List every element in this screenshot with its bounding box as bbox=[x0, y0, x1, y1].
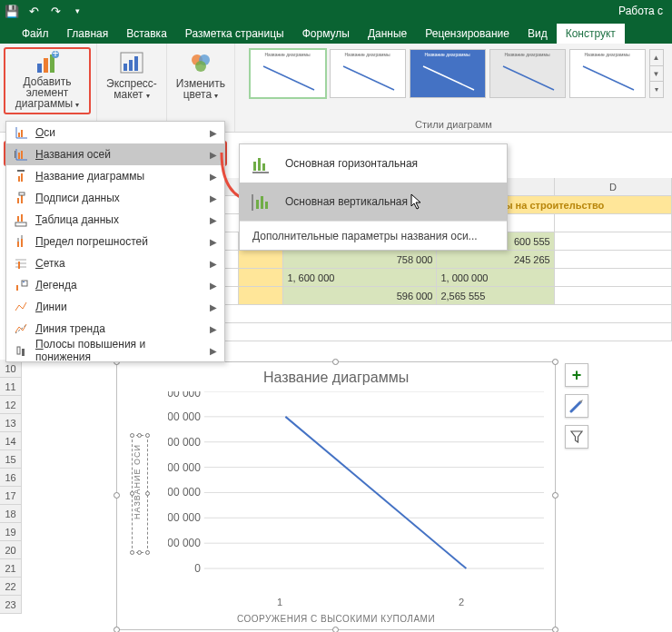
svg-rect-0 bbox=[37, 64, 42, 73]
svg-rect-45 bbox=[19, 193, 25, 195]
y-axis-title[interactable]: НАЗВАНИЕ ОСИ bbox=[133, 444, 142, 519]
svg-rect-6 bbox=[124, 64, 127, 71]
chart-styles-gallery[interactable]: Название диаграммы Название диаграммы На… bbox=[242, 47, 666, 119]
svg-rect-47 bbox=[21, 214, 23, 222]
svg-text:400 000: 400 000 bbox=[168, 461, 201, 474]
svg-rect-35 bbox=[18, 133, 20, 137]
tab-review[interactable]: Рецензирование bbox=[416, 24, 519, 44]
svg-rect-37 bbox=[18, 153, 20, 159]
style-thumb-2[interactable]: Название диаграммы bbox=[330, 49, 406, 98]
svg-rect-41 bbox=[18, 176, 20, 182]
svg-rect-49 bbox=[17, 242, 19, 247]
change-colors-button[interactable]: Изменитьцвета ▾ bbox=[173, 47, 229, 114]
tab-file[interactable]: Файл bbox=[13, 24, 58, 44]
tab-formulas[interactable]: Формулы bbox=[293, 24, 359, 44]
svg-line-14 bbox=[423, 66, 474, 90]
menu-data-labels[interactable]: Подписи данных▶ bbox=[6, 187, 224, 209]
svg-rect-64 bbox=[258, 158, 261, 171]
add-chart-element-button[interactable]: + Добавить элементдиаграммы ▾ bbox=[4, 47, 91, 114]
menu-axes[interactable]: Оси▶ bbox=[6, 122, 224, 143]
svg-line-12 bbox=[263, 66, 314, 90]
ribbon: + Добавить элементдиаграммы ▾ Экспресс-м… bbox=[0, 44, 672, 133]
svg-rect-36 bbox=[21, 130, 23, 137]
x-axis-title[interactable]: СООРУЖЕНИЯ С ВЫСОКИМИ КУПОЛАМИ bbox=[117, 614, 555, 624]
submenu-more-options[interactable]: Дополнительные параметры названия оси... bbox=[240, 221, 507, 250]
tab-view[interactable]: Вид bbox=[519, 24, 557, 44]
svg-line-34 bbox=[571, 402, 580, 411]
tab-design[interactable]: Конструкт bbox=[557, 24, 625, 44]
submenu-primary-vertical[interactable]: Основная вертикальная bbox=[240, 183, 507, 221]
quick-layout-button[interactable]: Экспресс-макет ▾ bbox=[103, 47, 161, 114]
menu-chart-title[interactable]: Название диаграммы▶ bbox=[6, 165, 224, 187]
style-thumb-5[interactable]: Название диаграммы bbox=[569, 49, 646, 98]
gridlines-icon bbox=[14, 256, 28, 271]
style-thumb-1[interactable]: Название диаграммы bbox=[250, 49, 326, 98]
svg-rect-56 bbox=[18, 262, 20, 269]
chart-title[interactable]: Название диаграммы bbox=[117, 370, 555, 386]
menu-error-bars[interactable]: Предел погрешностей▶ bbox=[6, 231, 224, 252]
undo-icon[interactable]: ↶ bbox=[25, 3, 42, 19]
axis-titles-submenu: Основная горизонтальная Основная вертика… bbox=[239, 143, 508, 251]
qat-dropdown-icon[interactable]: ▾ bbox=[69, 3, 85, 19]
svg-text:+: + bbox=[52, 51, 58, 60]
contextual-tab-label: Работа с bbox=[618, 5, 668, 17]
svg-text:600 000: 600 000 bbox=[168, 410, 201, 423]
menu-lines[interactable]: Линии▶ bbox=[6, 296, 224, 318]
style-thumb-3[interactable]: Название диаграммы bbox=[410, 49, 486, 98]
svg-rect-40 bbox=[17, 170, 25, 172]
trendline-icon bbox=[14, 321, 28, 336]
redo-icon[interactable]: ↷ bbox=[47, 3, 64, 19]
svg-rect-62 bbox=[22, 349, 25, 356]
lines-icon bbox=[14, 300, 28, 314]
svg-rect-42 bbox=[21, 173, 23, 182]
style-thumb-4[interactable]: Название диаграммы bbox=[489, 49, 566, 98]
tab-insert[interactable]: Вставка bbox=[117, 24, 176, 44]
svg-line-16 bbox=[583, 66, 634, 90]
chart-element-icon: + bbox=[34, 51, 61, 74]
svg-rect-48 bbox=[15, 222, 26, 226]
x-tick-2: 2 bbox=[459, 597, 464, 607]
svg-rect-61 bbox=[17, 347, 20, 354]
svg-rect-68 bbox=[261, 196, 263, 209]
svg-rect-7 bbox=[129, 60, 133, 71]
svg-rect-38 bbox=[21, 151, 23, 159]
vertical-axis-icon bbox=[249, 189, 274, 214]
embedded-chart[interactable]: Название диаграммы НАЗВАНИЕ ОСИ 0100 000… bbox=[116, 361, 556, 630]
svg-rect-39 bbox=[15, 151, 15, 158]
chart-styles-button[interactable] bbox=[565, 394, 588, 418]
chart-elements-button[interactable]: + bbox=[565, 363, 588, 387]
svg-rect-57 bbox=[16, 285, 18, 291]
menu-axis-titles[interactable]: Названия осей▶ bbox=[6, 143, 224, 165]
titlebar: 💾 ↶ ↷ ▾ Работа с bbox=[0, 0, 672, 22]
chart-plot-area[interactable]: 0100 000200 000 300 000400 000500 000 60… bbox=[168, 391, 544, 594]
svg-rect-50 bbox=[21, 239, 23, 247]
chart-filters-button[interactable] bbox=[565, 425, 588, 449]
svg-rect-63 bbox=[253, 162, 256, 171]
styles-scroll[interactable]: ▲ ▼ ▾ bbox=[649, 49, 664, 98]
tab-home[interactable]: Главная bbox=[58, 24, 118, 44]
svg-text:0: 0 bbox=[194, 562, 201, 575]
quick-layout-icon bbox=[118, 49, 145, 76]
menu-data-table[interactable]: Таблица данных▶ bbox=[6, 209, 224, 231]
menu-gridlines[interactable]: Сетка▶ bbox=[6, 252, 224, 274]
save-icon[interactable]: 💾 bbox=[4, 3, 20, 19]
svg-rect-1 bbox=[44, 58, 48, 73]
svg-text:200 000: 200 000 bbox=[168, 511, 201, 524]
svg-line-15 bbox=[503, 66, 554, 90]
menu-updown-bars[interactable]: Полосы повышения и понижения▶ bbox=[6, 340, 224, 361]
cursor-icon bbox=[410, 193, 423, 210]
svg-rect-44 bbox=[21, 195, 23, 203]
tab-data[interactable]: Данные bbox=[359, 24, 416, 44]
svg-line-13 bbox=[343, 66, 394, 90]
chart-side-buttons: + bbox=[565, 363, 588, 449]
svg-rect-70 bbox=[252, 194, 253, 211]
submenu-primary-horizontal[interactable]: Основная горизонтальная bbox=[240, 144, 507, 183]
tab-layout[interactable]: Разметка страницы bbox=[176, 24, 293, 44]
row-headers[interactable]: 1011 1213 1415 1617 1819 2021 2223 bbox=[0, 360, 22, 614]
data-labels-icon bbox=[14, 191, 28, 205]
menu-legend[interactable]: Легенда▶ bbox=[6, 274, 224, 296]
svg-text:500 000: 500 000 bbox=[168, 436, 201, 449]
svg-rect-69 bbox=[265, 202, 268, 209]
menu-trendline[interactable]: Линия тренда▶ bbox=[6, 318, 224, 340]
colors-icon bbox=[187, 49, 214, 76]
